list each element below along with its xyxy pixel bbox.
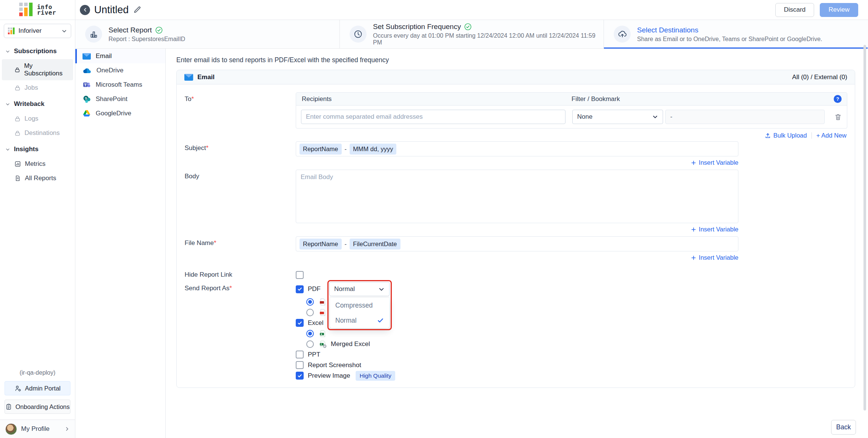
chevron-left-icon — [83, 7, 88, 12]
chevron-down-icon — [5, 147, 10, 152]
review-button[interactable]: Review — [820, 3, 858, 17]
my-profile-row[interactable]: My Profile — [0, 420, 75, 438]
chip-separator: - — [345, 145, 347, 153]
tab-sharepoint[interactable]: S SharePoint — [75, 92, 165, 106]
pdf-file-icon — [319, 309, 327, 316]
chevron-down-icon — [5, 49, 10, 54]
variable-chip-reportname[interactable]: ReportName — [300, 239, 342, 250]
nav-header-writeback[interactable]: Writeback — [0, 97, 75, 111]
step-complete-check-icon — [464, 23, 472, 31]
recipients-input[interactable] — [301, 110, 565, 124]
tab-onedrive[interactable]: OneDrive — [75, 63, 165, 78]
nav-header-insights[interactable]: Insights — [0, 142, 75, 156]
report-screenshot-checkbox[interactable] — [296, 361, 304, 369]
sidebar-item-destinations[interactable]: Destinations — [2, 126, 73, 140]
tab-microsoft-teams[interactable]: Microsoft Teams — [75, 78, 165, 92]
insert-variable-body-link[interactable]: Insert Variable — [691, 226, 738, 233]
lock-icon — [14, 116, 21, 122]
merged-excel-file-icon — [319, 340, 327, 348]
variable-chip-date-format[interactable]: MMM dd, yyyy — [350, 144, 396, 155]
step-select-destinations[interactable]: Select Destinations Share as Email or to… — [604, 20, 868, 48]
upload-icon — [765, 133, 771, 139]
instruction-text: Enter email ids to send reports in PDF/E… — [176, 56, 855, 64]
insert-variable-subject-link[interactable]: Insert Variable — [691, 159, 738, 166]
subject-field[interactable]: ReportName - MMM dd, yyyy — [296, 141, 738, 156]
ppt-checkbox[interactable] — [296, 351, 304, 358]
bulk-upload-link[interactable]: Bulk Upload — [765, 132, 807, 139]
workspace-selector[interactable]: Inforiver — [4, 24, 71, 38]
sidebar-item-my-subscriptions[interactable]: My Subscriptions — [2, 59, 73, 80]
chip-separator: - — [345, 240, 347, 248]
email-envelope-icon — [83, 53, 91, 60]
nav-section-subscriptions: Subscriptions My Subscriptions Jobs — [0, 44, 75, 95]
vertical-scrollbar[interactable] — [863, 45, 866, 410]
step-set-frequency[interactable]: Set Subscription Frequency Occurs every … — [339, 20, 604, 48]
back-nav-button[interactable] — [80, 5, 90, 15]
lock-icon — [14, 130, 21, 136]
step3-title: Select Destinations — [637, 26, 698, 34]
email-body-textarea[interactable] — [296, 170, 738, 223]
merged-excel-option-row: Merged Excel — [306, 339, 395, 349]
filter-bookmark-column-header: Filter / Bookmark — [572, 95, 834, 103]
nav-section-writeback: Writeback Logs Destinations — [0, 97, 75, 140]
tab-email[interactable]: Email — [75, 49, 165, 63]
sidebar-item-all-reports[interactable]: All Reports — [2, 172, 73, 185]
tab-googledrive[interactable]: GoogleDrive — [75, 106, 165, 121]
clock-icon — [350, 26, 367, 43]
admin-portal-button[interactable]: Admin Portal — [5, 381, 70, 395]
trash-icon — [834, 113, 842, 121]
plus-icon — [691, 160, 696, 165]
nav-header-subscriptions[interactable]: Subscriptions — [0, 44, 75, 58]
hide-report-link-label: Hide Report Link — [185, 271, 296, 279]
insert-variable-filename-link[interactable]: Insert Variable — [691, 254, 738, 261]
lock-icon — [14, 67, 20, 73]
to-row: To* Recipients Filter / Bookmark ? — [185, 92, 852, 141]
dropdown-option-normal[interactable]: Normal — [330, 313, 389, 328]
filter-select[interactable]: None — [572, 110, 663, 124]
dropdown-option-compressed[interactable]: Compressed — [330, 298, 389, 313]
pdf-quality-select[interactable]: Normal — [329, 282, 390, 296]
step-select-report[interactable]: Select Report Report : SuperstoresEmailI… — [75, 20, 339, 48]
help-icon[interactable]: ? — [834, 95, 842, 103]
hide-report-link-checkbox[interactable] — [296, 271, 304, 279]
filename-field[interactable]: ReportName - FileCurrentDate — [296, 236, 738, 251]
content: Select Report Report : SuperstoresEmailI… — [75, 20, 868, 438]
excel-subtype-radio-selected[interactable] — [306, 330, 314, 337]
chevron-right-icon — [64, 426, 70, 432]
excel-checkbox[interactable] — [296, 319, 304, 327]
pdf-subtype-radio-selected[interactable] — [306, 298, 314, 306]
inforiver-wordmark: info river — [37, 4, 56, 15]
back-button[interactable]: Back — [831, 420, 856, 435]
sidebar-item-jobs[interactable]: Jobs — [2, 81, 73, 95]
variable-chip-reportname[interactable]: ReportName — [300, 144, 342, 155]
subject-row: Subject* ReportName - MMM dd, yyyy — [185, 141, 852, 156]
recipients-table: Recipients Filter / Bookmark ? None — [296, 92, 847, 129]
report-screenshot-label: Report Screenshot — [308, 361, 361, 369]
required-marker: * — [229, 285, 232, 292]
onboarding-actions-button[interactable]: Onboarding Actions — [5, 400, 70, 414]
pdf-checkbox[interactable] — [296, 285, 304, 293]
edit-title-pencil-icon[interactable] — [133, 6, 141, 14]
high-quality-badge[interactable]: High Quality — [356, 371, 395, 381]
plus-icon — [691, 227, 696, 232]
variable-chip-filecurrentdate[interactable]: FileCurrentDate — [350, 239, 400, 250]
discard-button[interactable]: Discard — [775, 3, 815, 17]
sidebar-item-metrics[interactable]: Metrics — [2, 157, 73, 171]
preview-image-checkbox[interactable] — [296, 372, 304, 380]
preview-image-label: Preview Image — [308, 372, 350, 380]
report-document-icon — [14, 175, 21, 182]
pdf-file-icon — [319, 298, 327, 306]
add-new-recipient-link[interactable]: + Add New — [816, 132, 847, 139]
sidebar-item-logs[interactable]: Logs — [2, 112, 73, 126]
pdf-subtype-radio[interactable] — [306, 309, 314, 316]
step2-title: Set Subscription Frequency — [373, 23, 461, 31]
brand-logo: info river — [0, 0, 75, 20]
main-layout: Inforiver Subscriptions My Subscriptions — [0, 20, 868, 438]
merged-excel-radio[interactable] — [306, 340, 314, 348]
delete-recipient-row-button[interactable] — [834, 113, 842, 121]
bookmark-value-field[interactable]: - — [665, 110, 825, 124]
to-label: To* — [185, 92, 296, 141]
filename-row: File Name* ReportName - FileCurrentDate — [185, 236, 852, 251]
page-title: Untitled — [94, 4, 129, 16]
excel-subtype-option-row — [306, 329, 395, 338]
